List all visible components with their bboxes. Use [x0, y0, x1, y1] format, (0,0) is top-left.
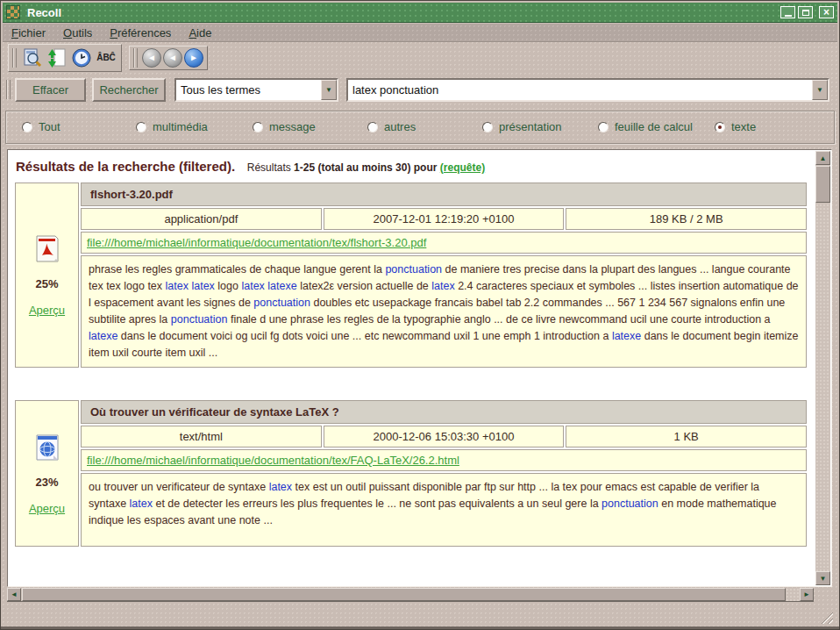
toolbar-handle[interactable] — [12, 48, 17, 68]
radio-icon — [598, 122, 609, 132]
radio-icon — [22, 122, 32, 132]
results-header: Résultats de la recherche (filtered). Ré… — [14, 157, 811, 183]
vertical-scrollbar[interactable]: ▲ ▼ — [815, 151, 830, 585]
result-title: Où trouver un vérificateur de syntaxe La… — [81, 400, 807, 424]
filter-label: autres — [384, 120, 416, 133]
toolbar-handle[interactable] — [6, 80, 11, 99]
snippet-text: finale d une phrase les regles de la typ… — [227, 313, 770, 326]
snippet-text: dans le document voici og ucil fg dots v… — [117, 330, 612, 342]
advanced-search-icon — [22, 47, 43, 68]
radio-icon — [367, 122, 378, 132]
clear-button[interactable]: Effacer — [15, 78, 86, 102]
results-count-prefix: Résultats — [247, 161, 291, 174]
next-page-button[interactable]: ► — [184, 48, 203, 68]
result-entry: 23% Aperçu Où trouver un vérificateur de… — [15, 400, 807, 547]
search-input[interactable] — [348, 83, 812, 97]
filter-multimédia[interactable]: multimédia — [136, 120, 208, 133]
highlighted-term: ponctuation — [253, 297, 310, 309]
results-title: Résultats de la recherche (filtered). — [16, 159, 235, 174]
toolbar-handle[interactable] — [133, 48, 138, 68]
html-file-icon — [32, 433, 62, 462]
window-title: Recoll — [27, 6, 61, 19]
filter-label: message — [269, 120, 316, 133]
vertical-scrollbar-thumb[interactable] — [815, 166, 830, 203]
search-bar: Effacer Rechercher Tous les termes ▼ ▼ — [3, 76, 837, 106]
highlighted-term: latexe — [89, 330, 117, 342]
result-size: 189 KB / 2 MB — [566, 208, 807, 230]
result-date: 2000-12-06 15:03:30 +0100 — [324, 426, 565, 447]
result-mime: text/html — [81, 426, 322, 447]
query-link[interactable]: (requête) — [440, 161, 485, 174]
titlebar[interactable]: Recoll × — [3, 3, 837, 23]
scroll-down-button[interactable]: ▼ — [815, 571, 830, 585]
result-snippet: ou trouver un verificateur de syntaxe la… — [81, 473, 807, 547]
scroll-up-button[interactable]: ▲ — [815, 151, 830, 165]
toolbar: ÂBĈ ◄ ◄ ► — [3, 43, 837, 72]
result-url-link[interactable]: file:///home/michael/informatique/docume… — [87, 236, 426, 249]
menubar: FichierOutilsPréférencesAide — [3, 24, 837, 42]
chevron-down-icon[interactable]: ▼ — [812, 80, 828, 100]
highlighted-term: latex — [166, 280, 189, 292]
term-explorer-button[interactable]: ÂBĈ — [95, 47, 117, 69]
statusbar — [3, 602, 837, 626]
filter-label: Tout — [39, 120, 61, 133]
maximize-button[interactable] — [798, 6, 813, 18]
filter-label: feuille de calcul — [615, 120, 693, 133]
result-relevance: 23% — [35, 476, 58, 489]
filter-tout[interactable]: Tout — [22, 120, 61, 133]
filter-présentation[interactable]: présentation — [482, 120, 562, 133]
result-entry: 25% Aperçu flshort-3.20.pdf application/… — [15, 183, 807, 368]
result-url-link[interactable]: file:///home/michael/informatique/docume… — [87, 454, 459, 467]
menu-item-aide[interactable]: Aide — [189, 26, 211, 39]
snippet-text: et de detecter les erreurs les plus freq… — [153, 498, 602, 510]
scroll-left-button[interactable]: ◄ — [7, 588, 21, 601]
menu-item-fichier[interactable]: Fichier — [11, 26, 46, 39]
result-preview-link[interactable]: Aperçu — [29, 502, 65, 515]
snippet-text: ou trouver un verificateur de syntaxe — [89, 481, 269, 493]
radio-icon — [482, 122, 493, 132]
horizontal-scrollbar-thumb[interactable] — [22, 588, 786, 601]
highlighted-term: latexe — [267, 280, 296, 292]
result-preview-link[interactable]: Aperçu — [29, 304, 65, 317]
highlighted-term: ponctuation — [171, 313, 228, 326]
search-mode-select[interactable]: Tous les termes ▼ — [174, 78, 338, 102]
filter-message[interactable]: message — [253, 120, 316, 133]
filter-texte[interactable]: texte — [715, 120, 756, 133]
results-area: Résultats de la recherche (filtered). Ré… — [9, 150, 815, 585]
filter-label: multimédia — [153, 120, 208, 133]
highlighted-term: latexe — [612, 330, 641, 342]
result-url-cell: file:///home/michael/informatique/docume… — [81, 449, 807, 471]
horizontal-scrollbar[interactable]: ◄ ► — [7, 588, 814, 602]
search-button[interactable]: Rechercher — [92, 78, 166, 102]
search-mode-value: Tous les termes — [176, 83, 321, 97]
chevron-down-icon[interactable]: ▼ — [321, 80, 337, 100]
filter-label: texte — [731, 120, 756, 133]
recoll-app-icon — [6, 5, 20, 19]
first-page-button[interactable]: ◄ — [142, 48, 161, 68]
sort-parameters-button[interactable] — [46, 47, 68, 69]
query-combo[interactable]: ▼ — [346, 78, 829, 102]
advanced-search-button[interactable] — [21, 47, 44, 69]
resize-grip[interactable] — [819, 610, 833, 624]
filter-bar: Toutmultimédiamessageautresprésentationf… — [5, 111, 835, 144]
filter-autres[interactable]: autres — [367, 120, 416, 133]
filter-feuille-de-calcul[interactable]: feuille de calcul — [598, 120, 693, 133]
first-page-icon: ◄ — [147, 53, 156, 62]
result-side-panel: 23% Aperçu — [15, 400, 79, 547]
previous-page-button[interactable]: ◄ — [163, 48, 182, 68]
results-list: 25% Aperçu flshort-3.20.pdf application/… — [14, 183, 811, 547]
minimize-icon — [785, 15, 792, 17]
menu-item-preferences[interactable]: Préférences — [110, 26, 171, 39]
highlighted-term: latex — [130, 498, 153, 510]
scroll-right-button[interactable]: ► — [800, 588, 814, 601]
radio-selected-icon — [715, 122, 725, 132]
close-button[interactable]: × — [819, 6, 834, 18]
menu-item-outils[interactable]: Outils — [63, 26, 92, 39]
document-history-button[interactable] — [70, 47, 93, 69]
highlighted-term: latex — [431, 280, 454, 292]
minimize-button[interactable] — [780, 6, 795, 18]
document-history-icon — [71, 47, 92, 68]
result-url-cell: file:///home/michael/informatique/docume… — [81, 232, 807, 254]
radio-icon — [253, 122, 263, 132]
term-explorer-icon: ÂBĈ — [96, 53, 116, 62]
